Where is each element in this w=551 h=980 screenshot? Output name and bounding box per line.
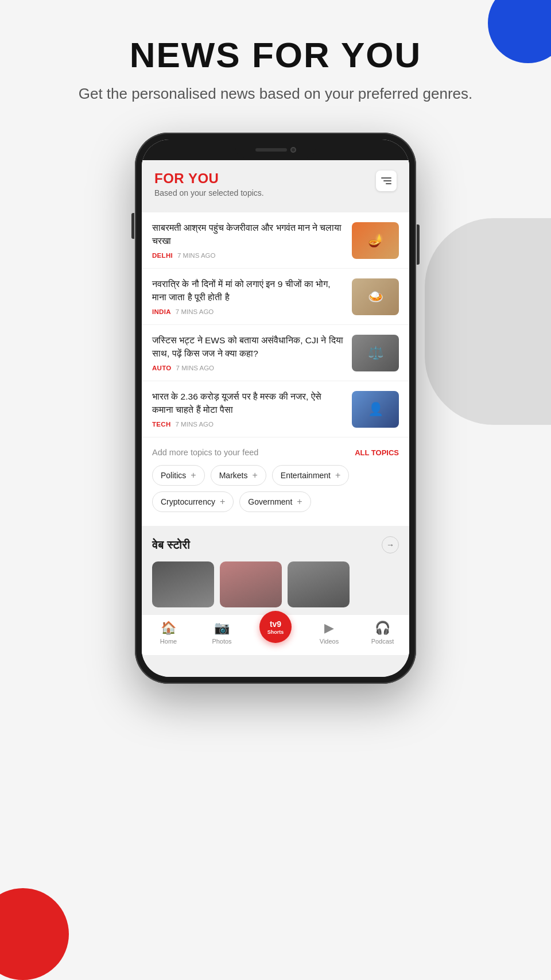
tv9-logo: tv9 — [270, 619, 281, 629]
story-thumbnail[interactable] — [288, 561, 350, 607]
plus-icon: + — [335, 470, 340, 481]
news-headline: साबरमती आश्रम पहुंच केजरीवाल और भगवंत मा… — [152, 222, 344, 247]
nav-item-home[interactable]: 🏠 Home — [153, 621, 184, 645]
news-image: ⚖️ — [352, 335, 399, 371]
nav-item-photos[interactable]: 📷 Photos — [206, 621, 238, 645]
news-tag: TECH — [152, 421, 171, 428]
stories-row — [152, 561, 399, 607]
news-headline: नवरात्रि के नौ दिनों में मां को लगाएं इन… — [152, 278, 344, 304]
bottom-nav: 🏠 Home 📷 Photos tv9 Shorts ▶ Videos — [142, 614, 409, 655]
plus-icon: + — [253, 470, 258, 481]
camera — [290, 147, 296, 153]
topic-label: Entertainment — [281, 471, 331, 480]
nav-item-videos[interactable]: ▶ Videos — [313, 621, 345, 645]
phone-outer-frame: FOR YOU Based on your selected topics. — [135, 133, 416, 684]
nav-label-podcast: Podcast — [371, 638, 394, 645]
plus-icon: + — [220, 497, 225, 507]
add-topics-header: Add more topics to your feed ALL TOPICS — [152, 448, 399, 457]
nav-item-shorts[interactable]: tv9 Shorts — [259, 611, 292, 643]
home-icon: 🏠 — [161, 621, 176, 636]
news-tag: DELHI — [152, 252, 173, 259]
topic-label: Markets — [219, 471, 248, 480]
news-image: 🪔 — [352, 222, 399, 259]
news-headline: भारत के 2.36 करोड़ यूजर्स पर है मस्क की … — [152, 390, 344, 416]
news-item[interactable]: साबरमती आश्रम पहुंच केजरीवाल और भगवंत मा… — [142, 212, 409, 269]
news-item[interactable]: नवरात्रि के नौ दिनों में मां को लगाएं इन… — [142, 269, 409, 325]
news-tag: INDIA — [152, 308, 171, 315]
topic-chip-government[interactable]: Government + — [239, 491, 311, 512]
for-you-title: FOR YOU — [154, 171, 264, 187]
news-text: साबरमती आश्रम पहुंच केजरीवाल और भगवंत मा… — [152, 222, 344, 259]
nav-label-home: Home — [160, 638, 177, 645]
news-headline: जस्टिस भट्ट ने EWS को बताया असंवैधानिक, … — [152, 334, 344, 360]
add-topics-section: Add more topics to your feed ALL TOPICS … — [142, 437, 409, 526]
shorts-label: Shorts — [267, 629, 284, 635]
for-you-header: FOR YOU Based on your selected topics. — [142, 160, 409, 204]
news-image: 👤 — [352, 391, 399, 428]
news-time: 7 MINS AGO — [176, 308, 214, 315]
topic-label: Politics — [161, 471, 186, 480]
news-meta: AUTO 7 MINS AGO — [152, 365, 344, 371]
photos-icon: 📷 — [214, 621, 230, 636]
plus-icon: + — [297, 497, 302, 507]
speaker — [255, 148, 287, 152]
nav-label-videos: Videos — [320, 638, 339, 645]
web-stories-section: वेब स्टोरी → — [142, 526, 409, 614]
news-time: 7 MINS AGO — [176, 421, 214, 428]
topics-row-1: Politics + Markets + Entertainment + — [152, 465, 399, 486]
videos-icon: ▶ — [324, 621, 334, 636]
web-stories-header: वेब स्टोरी → — [152, 536, 399, 553]
topic-chip-markets[interactable]: Markets + — [211, 465, 266, 486]
deco-red-circle — [0, 888, 69, 980]
news-text: भारत के 2.36 करोड़ यूजर्स पर है मस्क की … — [152, 390, 344, 428]
news-item[interactable]: जस्टिस भट्ट ने EWS को बताया असंवैधानिक, … — [142, 325, 409, 381]
phone-inner-frame: FOR YOU Based on your selected topics. — [142, 140, 409, 677]
topics-row-2: Cryptocurrency + Government + — [152, 491, 399, 512]
topic-chip-cryptocurrency[interactable]: Cryptocurrency + — [152, 491, 234, 512]
for-you-subtitle: Based on your selected topics. — [154, 188, 264, 197]
topic-chip-politics[interactable]: Politics + — [152, 465, 205, 486]
news-item[interactable]: भारत के 2.36 करोड़ यूजर्स पर है मस्क की … — [142, 381, 409, 437]
for-you-text: FOR YOU Based on your selected topics. — [154, 171, 264, 197]
screen-content: FOR YOU Based on your selected topics. — [142, 160, 409, 677]
news-time: 7 MINS AGO — [177, 252, 215, 259]
notch-bar — [142, 140, 409, 160]
phone-mockup: FOR YOU Based on your selected topics. — [0, 133, 551, 684]
filter-icon — [380, 176, 393, 185]
news-text: जस्टिस भट्ट ने EWS को बताया असंवैधानिक, … — [152, 334, 344, 371]
news-text: नवरात्रि के नौ दिनों में मां को लगाएं इन… — [152, 278, 344, 315]
news-image: 🍛 — [352, 278, 399, 315]
bubble-arrow — [159, 204, 173, 212]
arrow-circle-button[interactable]: → — [382, 536, 399, 553]
filter-button[interactable] — [376, 171, 397, 191]
news-meta: DELHI 7 MINS AGO — [152, 252, 344, 259]
page-subtitle: Get the personalised news based on your … — [0, 83, 551, 104]
nav-item-podcast[interactable]: 🎧 Podcast — [367, 621, 398, 645]
add-topics-label: Add more topics to your feed — [152, 448, 258, 457]
plus-icon: + — [191, 470, 196, 481]
news-feed: साबरमती आश्रम पहुंच केजरीवाल और भगवंत मा… — [142, 212, 409, 437]
story-thumbnail[interactable] — [220, 561, 282, 607]
topic-label: Cryptocurrency — [161, 497, 215, 506]
news-meta: TECH 7 MINS AGO — [152, 421, 344, 428]
nav-label-photos: Photos — [212, 638, 231, 645]
news-meta: INDIA 7 MINS AGO — [152, 308, 344, 315]
podcast-icon: 🎧 — [375, 621, 390, 636]
topic-label: Government — [248, 497, 292, 506]
news-tag: AUTO — [152, 365, 172, 371]
page-title: NEWS FOR YOU — [0, 34, 551, 75]
news-time: 7 MINS AGO — [176, 365, 214, 371]
page-header: NEWS FOR YOU Get the personalised news b… — [0, 0, 551, 127]
topic-chip-entertainment[interactable]: Entertainment + — [272, 465, 350, 486]
story-thumbnail[interactable] — [152, 561, 214, 607]
notch — [235, 142, 316, 158]
all-topics-link[interactable]: ALL TOPICS — [355, 448, 399, 457]
web-stories-title: वेब स्टोरी — [152, 539, 190, 552]
